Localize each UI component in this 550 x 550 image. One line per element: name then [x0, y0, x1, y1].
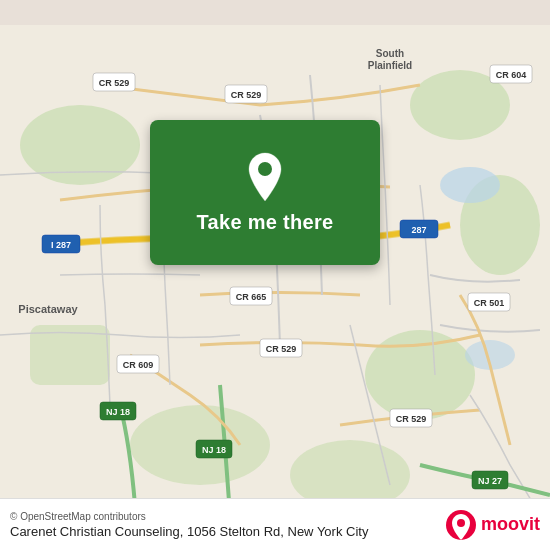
bottom-left: © OpenStreetMap contributors Carenet Chr…	[10, 511, 368, 539]
osm-credit: © OpenStreetMap contributors	[10, 511, 368, 522]
svg-text:CR 665: CR 665	[236, 292, 267, 302]
svg-text:NJ 18: NJ 18	[202, 445, 226, 455]
svg-point-39	[258, 162, 272, 176]
svg-text:CR 609: CR 609	[123, 360, 154, 370]
svg-text:NJ 18: NJ 18	[106, 407, 130, 417]
svg-text:287: 287	[411, 225, 426, 235]
svg-text:CR 604: CR 604	[496, 70, 527, 80]
map-container: CR 529 CR 529 CR 604 I 287 287 CR 665 CR…	[0, 0, 550, 550]
svg-text:CR 501: CR 501	[474, 298, 505, 308]
address-text: Carenet Christian Counseling, 1056 Stelt…	[10, 524, 368, 539]
svg-text:Plainfield: Plainfield	[368, 60, 412, 71]
map-background: CR 529 CR 529 CR 604 I 287 287 CR 665 CR…	[0, 0, 550, 550]
svg-text:I 287: I 287	[51, 240, 71, 250]
location-pin-icon	[243, 151, 287, 203]
svg-text:Piscataway: Piscataway	[18, 303, 78, 315]
svg-text:CR 529: CR 529	[231, 90, 262, 100]
bottom-bar: © OpenStreetMap contributors Carenet Chr…	[0, 498, 550, 550]
svg-text:CR 529: CR 529	[99, 78, 130, 88]
moovit-text: moovit	[481, 514, 540, 535]
svg-text:South: South	[376, 48, 404, 59]
moovit-icon	[445, 509, 477, 541]
svg-text:CR 529: CR 529	[396, 414, 427, 424]
svg-point-8	[440, 167, 500, 203]
moovit-logo: moovit	[445, 509, 540, 541]
svg-text:CR 529: CR 529	[266, 344, 297, 354]
take-me-there-button[interactable]: Take me there	[150, 120, 380, 265]
svg-text:NJ 27: NJ 27	[478, 476, 502, 486]
take-me-there-label: Take me there	[197, 211, 334, 234]
svg-point-41	[457, 519, 465, 527]
